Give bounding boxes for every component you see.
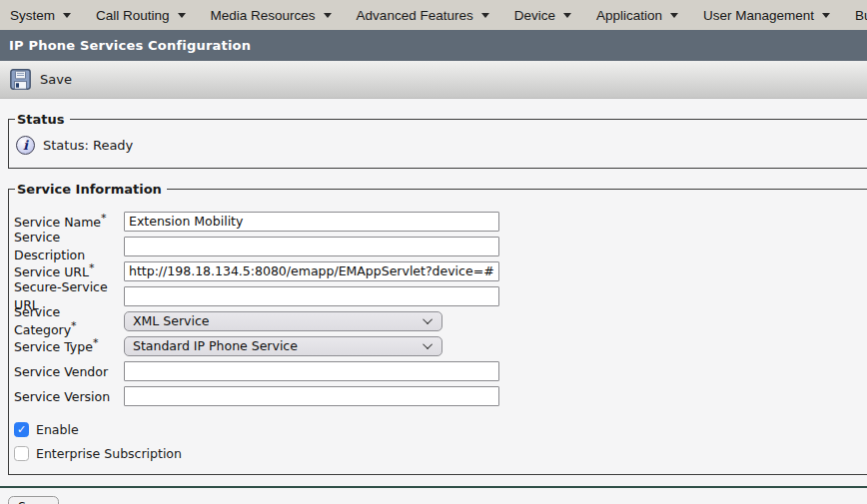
chevron-down-icon (423, 339, 433, 349)
menu-advanced-features[interactable]: Advanced Features (357, 8, 489, 23)
menu-application-label: Application (596, 8, 662, 23)
service-description-row: Service Description (14, 234, 867, 258)
dropdown-arrow-icon (178, 13, 186, 18)
enterprise-subscription-checkbox[interactable] (14, 446, 29, 461)
status-section-title: Status (15, 112, 70, 127)
service-url-row: Service URL* (14, 258, 867, 283)
main-menubar: System Call Routing Media Resources Adva… (0, 0, 867, 30)
enable-checkbox[interactable]: ✓ (14, 422, 29, 437)
menu-system[interactable]: System (10, 8, 71, 23)
service-category-select[interactable]: XML Service (124, 311, 442, 331)
enable-row: ✓ Enable (14, 417, 867, 441)
enterprise-subscription-row: Enterprise Subscription (14, 441, 867, 465)
menu-bulk-administration-label: Bulk Administration (855, 8, 867, 23)
service-information-rows: Service Name* Service Description Servic… (14, 197, 867, 465)
save-button[interactable]: Save (8, 496, 59, 504)
bottom-divider (0, 486, 867, 488)
service-type-label: Service Type* (14, 336, 124, 354)
page-title: IP Phone Services Configuration (9, 38, 251, 53)
service-category-value: XML Service (133, 313, 209, 328)
info-icon: i (16, 136, 35, 155)
required-asterisk: * (101, 212, 107, 225)
dropdown-arrow-icon (481, 13, 489, 18)
service-vendor-label: Service Vendor (14, 361, 124, 379)
dropdown-arrow-icon (63, 13, 71, 18)
service-name-input[interactable] (124, 212, 499, 232)
secure-service-url-row: Secure-Service URL (14, 283, 867, 308)
menu-system-label: System (10, 8, 55, 23)
service-name-row: Service Name* (14, 209, 867, 234)
enterprise-subscription-label: Enterprise Subscription (36, 446, 182, 461)
service-type-row: Service Type* Standard IP Phone Service (14, 333, 867, 358)
required-asterisk: * (71, 319, 77, 332)
menu-advanced-features-label: Advanced Features (357, 8, 473, 23)
service-information-title: Service Information (15, 182, 167, 197)
status-row: i Status: Ready (16, 136, 867, 155)
service-url-input[interactable] (124, 261, 499, 281)
menu-media-resources-label: Media Resources (211, 8, 316, 23)
menu-application[interactable]: Application (596, 8, 678, 23)
status-message: Status: Ready (43, 138, 133, 153)
service-version-label: Service Version (14, 386, 124, 404)
page-title-bar: IP Phone Services Configuration (0, 30, 867, 61)
service-version-row: Service Version (14, 383, 867, 408)
service-information-section: Service Information Service Name* Servic… (8, 182, 867, 475)
dropdown-arrow-icon (670, 13, 678, 18)
required-asterisk: * (89, 261, 95, 274)
toolbar-save-button[interactable]: Save (10, 69, 72, 90)
required-asterisk: * (93, 336, 99, 349)
service-version-input[interactable] (124, 386, 499, 406)
toolbar: Save (0, 61, 867, 99)
service-category-row: Service Category* XML Service (14, 308, 867, 333)
chevron-down-icon (423, 314, 433, 324)
service-url-label: Service URL* (14, 261, 124, 279)
service-category-label: Service Category* (14, 304, 124, 337)
service-name-label: Service Name* (14, 212, 124, 230)
enable-label: Enable (36, 422, 79, 437)
service-description-input[interactable] (124, 237, 499, 256)
service-type-select[interactable]: Standard IP Phone Service (124, 336, 442, 356)
dropdown-arrow-icon (822, 13, 830, 18)
menu-media-resources[interactable]: Media Resources (211, 8, 332, 23)
service-description-label: Service Description (14, 230, 124, 262)
checkbox-group: ✓ Enable Enterprise Subscription (14, 417, 867, 465)
floppy-disk-icon (10, 69, 31, 90)
menu-call-routing-label: Call Routing (96, 8, 170, 23)
toolbar-save-label: Save (40, 72, 72, 87)
status-section: Status i Status: Ready (8, 112, 867, 169)
menu-device-label: Device (514, 8, 555, 23)
service-vendor-input[interactable] (124, 361, 499, 381)
service-type-value: Standard IP Phone Service (133, 338, 298, 353)
menu-device[interactable]: Device (514, 8, 571, 23)
service-vendor-row: Service Vendor (14, 358, 867, 383)
menu-user-management[interactable]: User Management (703, 8, 830, 23)
menu-bulk-administration[interactable]: Bulk Administration (855, 8, 867, 23)
menu-call-routing[interactable]: Call Routing (96, 8, 186, 23)
dropdown-arrow-icon (324, 13, 332, 18)
menu-user-management-label: User Management (703, 8, 814, 23)
dropdown-arrow-icon (563, 13, 571, 18)
secure-service-url-input[interactable] (124, 286, 499, 306)
